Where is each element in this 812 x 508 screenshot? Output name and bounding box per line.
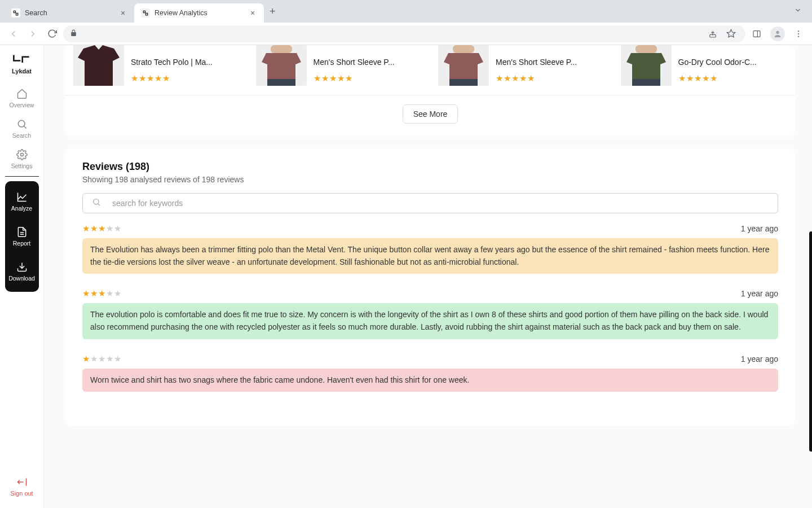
- review-rating: ★★★★★: [82, 354, 122, 364]
- product-rating: ★★★★★: [314, 73, 395, 84]
- product-image: [621, 45, 672, 86]
- reviews-search-input[interactable]: [112, 199, 769, 208]
- product-title: Men's Short Sleeve P...: [314, 58, 395, 67]
- sidebar-item-label: Overview: [10, 102, 34, 108]
- review-text: The evolution polo is comfortable and do…: [82, 303, 778, 339]
- back-button[interactable]: [6, 26, 21, 42]
- review-text: The Evolution has always been a trimmer …: [82, 238, 778, 274]
- sign-out-label: Sign out: [10, 490, 33, 497]
- product-card[interactable]: Go-Dry Cool Odor-C...★★★★★: [613, 45, 796, 86]
- address-bar[interactable]: [63, 25, 745, 42]
- review-rating: ★★★★★: [82, 288, 122, 299]
- svg-rect-19: [632, 79, 660, 86]
- share-icon[interactable]: [705, 26, 721, 42]
- review-item: ★★★★★1 year agoThe Evolution has always …: [82, 224, 778, 274]
- close-icon[interactable]: ×: [118, 8, 127, 17]
- products-card: Strato Tech Polo | Ma...★★★★★Men's Short…: [65, 45, 795, 136]
- tab-favicon: [11, 8, 20, 17]
- brand-name: Lykdat: [12, 68, 32, 75]
- sidebar-item-report[interactable]: Report: [5, 222, 39, 251]
- browser-tab-strip: Search × Review Analytics × +: [0, 0, 812, 23]
- browser-toolbar: [0, 23, 812, 45]
- product-title: Strato Tech Polo | Ma...: [131, 58, 213, 67]
- review-date: 1 year ago: [741, 354, 778, 364]
- svg-line-21: [98, 204, 100, 205]
- svg-point-5: [798, 30, 799, 32]
- product-card[interactable]: Strato Tech Polo | Ma...★★★★★: [65, 45, 248, 86]
- reviews-search[interactable]: [82, 193, 778, 213]
- search-icon: [92, 198, 101, 209]
- close-icon[interactable]: ×: [248, 8, 257, 17]
- svg-rect-16: [453, 45, 474, 53]
- product-rating: ★★★★★: [131, 73, 213, 84]
- svg-rect-17: [449, 79, 478, 86]
- brand-logo: Lykdat: [12, 53, 32, 75]
- svg-line-9: [24, 126, 26, 129]
- lock-icon: [70, 29, 77, 38]
- product-image: [438, 45, 489, 86]
- svg-point-10: [20, 154, 23, 156]
- browser-tab[interactable]: Review Analytics ×: [134, 3, 264, 23]
- sidebar-item-label: Analyze: [11, 205, 32, 212]
- bookmark-icon[interactable]: [723, 26, 739, 42]
- svg-rect-15: [267, 79, 295, 86]
- reload-button[interactable]: [44, 26, 60, 42]
- product-image: [256, 45, 307, 86]
- reviews-card: Reviews (198) Showing 198 analysed revie…: [65, 148, 795, 426]
- sidebar-item-label: Settings: [11, 163, 33, 169]
- product-title: Men's Short Sleeve P...: [496, 58, 577, 67]
- svg-point-4: [776, 30, 779, 33]
- svg-rect-14: [271, 45, 292, 53]
- sidebar-item-overview[interactable]: Overview: [5, 84, 39, 113]
- see-more-button[interactable]: See More: [403, 104, 458, 124]
- reviews-heading: Reviews (198): [82, 161, 778, 173]
- svg-point-6: [798, 33, 799, 34]
- sidebar-item-label: Search: [12, 132, 31, 139]
- kebab-menu-icon[interactable]: [791, 26, 806, 42]
- browser-tab[interactable]: Search ×: [5, 3, 134, 23]
- sidebar-item-label: Report: [13, 240, 31, 247]
- product-card[interactable]: Men's Short Sleeve P...★★★★★: [248, 45, 431, 86]
- sidebar-item-download[interactable]: Download: [5, 257, 39, 286]
- tab-favicon: [141, 8, 150, 17]
- svg-marker-1: [727, 29, 735, 37]
- review-item: ★★★★★1 year agoThe evolution polo is com…: [82, 288, 778, 339]
- tabs-dropdown-icon[interactable]: [788, 6, 807, 16]
- reviews-subheading: Showing 198 analysed reviews of 198 revi…: [82, 175, 778, 184]
- sign-out-button[interactable]: Sign out: [10, 476, 33, 497]
- review-date: 1 year ago: [741, 224, 778, 233]
- forward-button[interactable]: [25, 26, 41, 42]
- svg-rect-2: [753, 30, 760, 37]
- sidebar-item-search[interactable]: Search: [5, 114, 39, 143]
- product-rating: ★★★★★: [496, 73, 577, 84]
- sidebar-divider: [5, 176, 39, 177]
- svg-point-8: [18, 121, 25, 128]
- sidebar-item-analyze[interactable]: Analyze: [5, 187, 39, 216]
- scrollbar-thumb[interactable]: [809, 231, 812, 452]
- tab-title: Search: [25, 9, 47, 17]
- sidebar-item-settings[interactable]: Settings: [5, 144, 39, 174]
- svg-point-7: [798, 36, 799, 37]
- new-tab-button[interactable]: +: [264, 6, 281, 17]
- product-title: Go-Dry Cool Odor-C...: [678, 58, 757, 67]
- review-rating: ★★★★★: [82, 224, 122, 234]
- product-rating: ★★★★★: [678, 73, 757, 84]
- profile-avatar[interactable]: [770, 27, 785, 41]
- svg-rect-18: [636, 45, 657, 53]
- product-card[interactable]: Men's Short Sleeve P...★★★★★: [430, 45, 613, 86]
- product-image: [73, 45, 124, 86]
- svg-point-20: [94, 199, 99, 204]
- sidebar-item-label: Download: [8, 275, 35, 282]
- review-date: 1 year ago: [741, 289, 778, 298]
- tab-title: Review Analytics: [155, 9, 208, 17]
- side-panel-icon[interactable]: [749, 26, 765, 42]
- app-sidebar: Lykdat Overview Search Settings Analyze: [0, 45, 44, 508]
- review-item: ★★★★★1 year agoWorn twice and shirt has …: [82, 354, 778, 392]
- review-text: Worn twice and shirt has two snags where…: [82, 369, 778, 392]
